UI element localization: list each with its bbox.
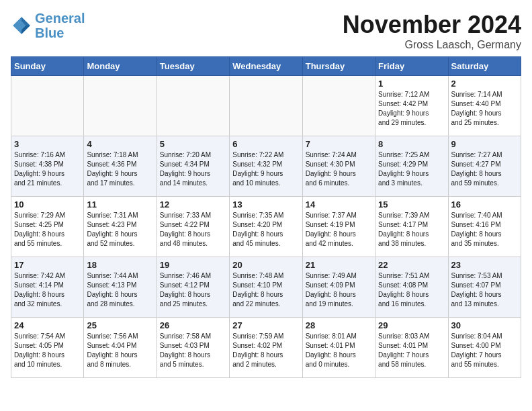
month-title: November 2024 [343, 11, 521, 39]
day-number: 1 [378, 79, 445, 89]
day-info: Sunrise: 7:54 AM Sunset: 4:05 PM Dayligh… [14, 332, 81, 369]
logo-icon [11, 15, 32, 36]
col-sunday: Sunday [11, 57, 84, 76]
day-info: Sunrise: 7:29 AM Sunset: 4:25 PM Dayligh… [14, 211, 81, 248]
title-area: November 2024 Gross Laasch, Germany [343, 11, 521, 51]
calendar-cell: 10Sunrise: 7:29 AM Sunset: 4:25 PM Dayli… [11, 197, 84, 257]
calendar-cell: 21Sunrise: 7:49 AM Sunset: 4:09 PM Dayli… [302, 257, 375, 318]
calendar-cell: 26Sunrise: 7:58 AM Sunset: 4:03 PM Dayli… [157, 318, 229, 378]
logo-line2: Blue [35, 26, 64, 40]
day-info: Sunrise: 7:31 AM Sunset: 4:23 PM Dayligh… [87, 211, 153, 248]
day-info: Sunrise: 8:01 AM Sunset: 4:01 PM Dayligh… [306, 332, 372, 369]
day-info: Sunrise: 7:14 AM Sunset: 4:40 PM Dayligh… [451, 90, 518, 128]
day-number: 23 [451, 260, 518, 270]
day-number: 26 [160, 320, 226, 330]
calendar-cell: 30Sunrise: 8:04 AM Sunset: 4:00 PM Dayli… [448, 318, 521, 378]
calendar-cell: 2Sunrise: 7:14 AM Sunset: 4:40 PM Daylig… [448, 76, 521, 136]
day-info: Sunrise: 7:48 AM Sunset: 4:10 PM Dayligh… [232, 271, 299, 309]
day-number: 12 [160, 199, 226, 210]
calendar-row-2: 10Sunrise: 7:29 AM Sunset: 4:25 PM Dayli… [11, 197, 521, 257]
calendar-cell: 29Sunrise: 8:03 AM Sunset: 4:01 PM Dayli… [375, 318, 448, 378]
calendar-header: Sunday Monday Tuesday Wednesday Thursday… [11, 57, 521, 76]
day-info: Sunrise: 7:44 AM Sunset: 4:13 PM Dayligh… [87, 271, 153, 309]
day-info: Sunrise: 7:46 AM Sunset: 4:12 PM Dayligh… [160, 271, 226, 309]
day-number: 14 [306, 199, 372, 210]
calendar-cell: 8Sunrise: 7:25 AM Sunset: 4:29 PM Daylig… [375, 136, 448, 197]
col-tuesday: Tuesday [157, 57, 229, 76]
day-number: 24 [14, 320, 81, 330]
logo-line1: General [35, 11, 85, 26]
day-info: Sunrise: 7:49 AM Sunset: 4:09 PM Dayligh… [306, 271, 372, 309]
calendar-table: Sunday Monday Tuesday Wednesday Thursday… [11, 56, 521, 378]
header: General Blue November 2024 Gross Laasch,… [11, 11, 521, 51]
day-number: 15 [378, 199, 445, 210]
calendar-cell: 5Sunrise: 7:20 AM Sunset: 4:34 PM Daylig… [157, 136, 229, 197]
day-info: Sunrise: 7:53 AM Sunset: 4:07 PM Dayligh… [451, 271, 518, 309]
calendar-cell: 7Sunrise: 7:24 AM Sunset: 4:30 PM Daylig… [302, 136, 375, 197]
calendar-cell [230, 76, 302, 136]
day-info: Sunrise: 7:35 AM Sunset: 4:20 PM Dayligh… [232, 211, 299, 248]
day-info: Sunrise: 8:04 AM Sunset: 4:00 PM Dayligh… [451, 332, 518, 369]
day-number: 13 [232, 199, 299, 210]
day-number: 6 [232, 139, 299, 149]
header-row: Sunday Monday Tuesday Wednesday Thursday… [11, 57, 521, 76]
calendar-cell: 14Sunrise: 7:37 AM Sunset: 4:19 PM Dayli… [302, 197, 375, 257]
day-number: 7 [306, 139, 372, 149]
day-info: Sunrise: 7:33 AM Sunset: 4:22 PM Dayligh… [160, 211, 226, 248]
calendar-cell: 19Sunrise: 7:46 AM Sunset: 4:12 PM Dayli… [157, 257, 229, 318]
calendar-row-0: 1Sunrise: 7:12 AM Sunset: 4:42 PM Daylig… [11, 76, 521, 136]
calendar-cell: 3Sunrise: 7:16 AM Sunset: 4:38 PM Daylig… [11, 136, 84, 197]
day-number: 8 [378, 139, 445, 149]
calendar-cell: 28Sunrise: 8:01 AM Sunset: 4:01 PM Dayli… [302, 318, 375, 378]
calendar-cell [157, 76, 229, 136]
day-number: 29 [378, 320, 445, 330]
day-number: 27 [232, 320, 299, 330]
day-info: Sunrise: 7:42 AM Sunset: 4:14 PM Dayligh… [14, 271, 81, 309]
calendar-cell: 20Sunrise: 7:48 AM Sunset: 4:10 PM Dayli… [230, 257, 302, 318]
day-info: Sunrise: 7:22 AM Sunset: 4:32 PM Dayligh… [232, 150, 299, 188]
calendar-cell: 11Sunrise: 7:31 AM Sunset: 4:23 PM Dayli… [84, 197, 157, 257]
day-info: Sunrise: 7:37 AM Sunset: 4:19 PM Dayligh… [306, 211, 372, 248]
day-info: Sunrise: 7:27 AM Sunset: 4:27 PM Dayligh… [451, 150, 518, 188]
day-number: 18 [87, 260, 153, 270]
day-number: 22 [378, 260, 445, 270]
calendar-body: 1Sunrise: 7:12 AM Sunset: 4:42 PM Daylig… [11, 76, 521, 378]
day-number: 2 [451, 79, 518, 89]
calendar-cell: 25Sunrise: 7:56 AM Sunset: 4:04 PM Dayli… [84, 318, 157, 378]
day-info: Sunrise: 7:18 AM Sunset: 4:36 PM Dayligh… [87, 150, 153, 188]
calendar-cell: 24Sunrise: 7:54 AM Sunset: 4:05 PM Dayli… [11, 318, 84, 378]
calendar-cell: 17Sunrise: 7:42 AM Sunset: 4:14 PM Dayli… [11, 257, 84, 318]
calendar-cell: 15Sunrise: 7:39 AM Sunset: 4:17 PM Dayli… [375, 197, 448, 257]
day-number: 5 [160, 139, 226, 149]
day-number: 30 [451, 320, 518, 330]
day-info: Sunrise: 7:51 AM Sunset: 4:08 PM Dayligh… [378, 271, 445, 309]
day-info: Sunrise: 7:40 AM Sunset: 4:16 PM Dayligh… [451, 211, 518, 248]
day-info: Sunrise: 7:20 AM Sunset: 4:34 PM Dayligh… [160, 150, 226, 188]
day-number: 20 [232, 260, 299, 270]
day-info: Sunrise: 7:24 AM Sunset: 4:30 PM Dayligh… [306, 150, 372, 188]
day-info: Sunrise: 7:39 AM Sunset: 4:17 PM Dayligh… [378, 211, 445, 248]
logo: General Blue [11, 11, 85, 40]
calendar-cell: 6Sunrise: 7:22 AM Sunset: 4:32 PM Daylig… [230, 136, 302, 197]
col-wednesday: Wednesday [230, 57, 302, 76]
day-number: 28 [306, 320, 372, 330]
calendar-cell [84, 76, 157, 136]
day-number: 17 [14, 260, 81, 270]
day-number: 3 [14, 139, 81, 149]
day-number: 4 [87, 139, 153, 149]
calendar-row-1: 3Sunrise: 7:16 AM Sunset: 4:38 PM Daylig… [11, 136, 521, 197]
col-thursday: Thursday [302, 57, 375, 76]
col-monday: Monday [84, 57, 157, 76]
day-number: 16 [451, 199, 518, 210]
calendar-cell [302, 76, 375, 136]
calendar-cell [11, 76, 84, 136]
day-number: 11 [87, 199, 153, 210]
calendar-cell: 9Sunrise: 7:27 AM Sunset: 4:27 PM Daylig… [448, 136, 521, 197]
calendar-cell: 13Sunrise: 7:35 AM Sunset: 4:20 PM Dayli… [230, 197, 302, 257]
day-number: 19 [160, 260, 226, 270]
calendar-cell: 1Sunrise: 7:12 AM Sunset: 4:42 PM Daylig… [375, 76, 448, 136]
day-number: 9 [451, 139, 518, 149]
day-info: Sunrise: 7:58 AM Sunset: 4:03 PM Dayligh… [160, 332, 226, 369]
day-info: Sunrise: 7:16 AM Sunset: 4:38 PM Dayligh… [14, 150, 81, 188]
day-number: 21 [306, 260, 372, 270]
